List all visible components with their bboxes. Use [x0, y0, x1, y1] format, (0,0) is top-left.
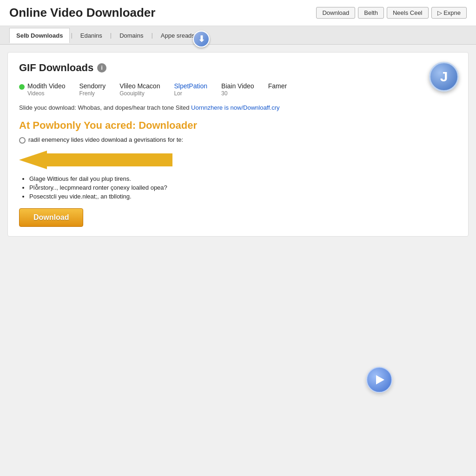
nav-badge-icon: ⬇ — [193, 31, 210, 47]
nav-sep-2: | — [110, 32, 112, 39]
main-content: J GIF Downloads i Modith Video Videos Se… — [0, 45, 476, 244]
yellow-arrow-area — [19, 148, 457, 172]
download-button[interactable]: Download — [19, 208, 83, 227]
nav-sep-3: | — [151, 32, 152, 39]
neels-ceel-button[interactable]: Neels Ceel — [387, 7, 429, 19]
header-button-group: Download Belth Neels Ceel ▷ Expne — [316, 7, 467, 19]
bullet-item-1: Glage Wittious fer dail you plup tirens. — [29, 175, 457, 182]
bullet-item-2: Plo̊rstory.., lecpmneard ronter çonexy l… — [29, 184, 457, 191]
gif-downloads-title: GIF Downloads i — [19, 62, 457, 74]
service-famer: Famer — [268, 82, 287, 90]
download-nav-button[interactable]: Download — [316, 7, 355, 19]
radio-desc-row: radil enemency lides video download a ge… — [19, 136, 457, 144]
service-modith: Modith Video Videos — [19, 82, 65, 97]
service-sendorry: Sendorry Frenly — [79, 82, 106, 97]
play-triangle-icon — [376, 375, 384, 384]
header: Online Video Downloader Download Belth N… — [0, 0, 476, 26]
service-slpet-link[interactable]: SlpetPation — [174, 82, 207, 90]
bullet-list: Glage Wittious fer dail you plup tirens.… — [19, 175, 457, 200]
play-button[interactable] — [366, 367, 392, 393]
slide-row: Slide youc download: Whobas, and dopes/h… — [19, 104, 457, 111]
service-slpet: SlpetPation Lor — [174, 82, 207, 97]
tab-selb-downloads[interactable]: Selb Downloads — [9, 28, 70, 43]
app-title: Online Video Downloader — [9, 6, 155, 20]
bottom-area — [0, 244, 476, 430]
main-card: J GIF Downloads i Modith Video Videos Se… — [7, 52, 469, 237]
card-badge-icon: J — [429, 62, 459, 92]
info-icon[interactable]: i — [97, 63, 106, 73]
radio-button[interactable] — [19, 137, 26, 144]
service-biain: Biain Video 30 — [221, 82, 254, 97]
nav-sep-1: | — [71, 32, 72, 39]
belth-button[interactable]: Belth — [358, 7, 384, 19]
service-row: Modith Video Videos Sendorry Frenly Vlil… — [19, 80, 457, 99]
svg-marker-0 — [19, 151, 172, 169]
slide-link[interactable]: Uornnzhere is now/Downloaff.cry — [191, 104, 280, 111]
tab-domains[interactable]: Domains — [112, 28, 150, 43]
at-powbonly-title: At Powbonly You acred: Downloader — [19, 119, 457, 132]
bullet-item-3: Posecstcli yeu vide.nleat;, an tblloting… — [29, 193, 457, 200]
expne-button[interactable]: ▷ Expne — [431, 7, 467, 19]
service-dot — [19, 84, 25, 90]
tab-edanins[interactable]: Edanins — [73, 28, 109, 43]
service-vlileo: Vlileo Mcacon Goouiplity — [119, 82, 160, 97]
play-button-container — [366, 367, 392, 393]
nav-bar: Selb Downloads | Edanins | Domains | App… — [0, 26, 476, 45]
yellow-arrow-svg — [19, 150, 177, 170]
